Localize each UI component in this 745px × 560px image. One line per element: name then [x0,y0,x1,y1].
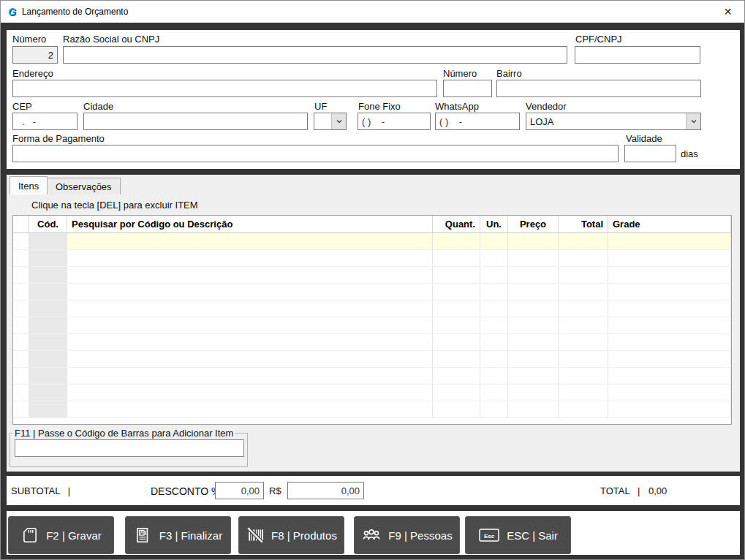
cidade-field[interactable] [83,113,308,130]
desconto-valor-field[interactable] [287,482,364,499]
table-cell [67,317,433,334]
table-cell [559,351,608,368]
table-cell [559,284,608,300]
uf-select[interactable] [314,113,347,130]
whatsapp-label: WhatsApp [435,101,479,112]
cpf-cnpj-label: CPF/CNPJ [575,34,622,45]
pessoas-label: F9 | Pessoas [388,529,452,542]
table-cell [29,284,67,300]
svg-text:Esc: Esc [484,533,495,540]
table-cell [433,317,480,334]
table-cell [508,317,559,334]
items-table[interactable]: Cód. Pesquisar por Código ou Descrição Q… [12,215,732,425]
table-row[interactable] [13,250,731,267]
chevron-down-icon[interactable] [686,113,700,129]
barcode-legend: F11 | Passe o Código de Barras para Adic… [12,428,235,439]
tab-itens[interactable]: Itens [10,176,48,194]
produtos-button[interactable]: F8 | Produtos [238,516,344,554]
app-logo-icon: G [8,7,16,17]
close-button[interactable]: ✕ [711,1,744,23]
validade-label: Validade [626,133,662,144]
tab-observacoes[interactable]: Observações [47,178,121,194]
vendedor-select[interactable]: LOJA [526,113,701,130]
cpf-cnpj-field[interactable] [575,46,700,64]
cep-field[interactable] [12,113,77,130]
numero-field[interactable] [12,46,58,64]
row-indicator-cell [13,267,29,284]
table-cell [67,334,433,351]
produtos-label: F8 | Produtos [271,529,337,542]
order-header-panel: Número Razão Social ou CNPJ CPF/CNPJ End… [7,30,740,169]
title-bar: G Lançamento de Orçamento ✕ [1,1,744,23]
header-un: Un. [480,216,508,232]
table-cell [508,401,559,418]
table-cell [608,317,731,334]
table-cell [608,233,731,250]
table-cell [433,385,480,401]
table-row[interactable] [13,401,731,418]
row-indicator-cell [13,317,29,334]
save-icon [20,526,39,545]
row-indicator-cell [13,351,29,368]
validade-field[interactable] [624,145,676,162]
table-cell [433,351,480,368]
table-cell [433,284,480,300]
table-cell [608,267,731,284]
table-cell [508,284,559,300]
chevron-down-icon[interactable] [331,113,346,129]
table-cell [508,385,559,401]
gravar-button[interactable]: F2 | Gravar [8,516,114,554]
fone-fixo-field[interactable] [358,113,431,130]
table-row[interactable] [13,334,731,351]
endereco-field[interactable] [12,80,437,97]
table-cell [29,250,67,267]
barcode-input[interactable] [15,439,244,457]
table-cell [480,351,508,368]
gravar-label: F2 | Gravar [46,529,102,542]
table-cell [480,334,508,351]
table-row[interactable] [13,300,731,317]
cidade-label: Cidade [83,101,113,112]
table-cell [508,233,559,250]
fone-fixo-label: Fone Fixo [358,101,401,112]
table-cell [29,334,67,351]
barcode-icon [246,526,265,545]
table-cell [67,385,433,401]
sair-label: ESC | Sair [507,529,558,542]
totals-panel: SUBTOTAL | DESCONTO % R$ TOTAL | 0,00 [7,476,740,505]
pessoas-button[interactable]: F9 | Pessoas [354,516,460,554]
table-row[interactable] [13,385,731,401]
table-row[interactable] [13,351,731,368]
currency-label: R$ [269,485,281,496]
finalizar-button[interactable]: A F3 | Finalizar [125,516,231,554]
table-cell [480,267,508,284]
table-cell [608,385,731,401]
table-cell [480,250,508,267]
people-icon [361,526,382,545]
sair-button[interactable]: Esc ESC | Sair [465,516,571,554]
svg-text:A: A [140,530,143,534]
table-row[interactable] [13,284,731,300]
table-cell [508,300,559,317]
table-cell [29,385,67,401]
numero-endereco-field[interactable] [443,80,492,97]
numero-endereco-label: Número [443,68,477,79]
desconto-percent-field[interactable] [215,482,264,499]
table-row[interactable] [13,233,731,250]
forma-pagamento-field[interactable] [12,145,619,162]
table-cell [608,351,731,368]
table-row[interactable] [13,317,731,334]
table-cell [508,351,559,368]
table-row[interactable] [13,267,731,284]
finalizar-label: F3 | Finalizar [159,529,222,542]
finalize-document-icon: A [134,526,153,545]
table-cell [29,317,67,334]
razao-social-field[interactable] [63,46,567,64]
header-descricao: Pesquisar por Código ou Descrição [67,216,433,232]
table-cell [559,300,608,317]
bairro-field[interactable] [496,80,701,97]
table-cell [480,300,508,317]
table-cell [559,250,608,267]
table-row[interactable] [13,368,731,385]
whatsapp-field[interactable] [435,113,520,130]
